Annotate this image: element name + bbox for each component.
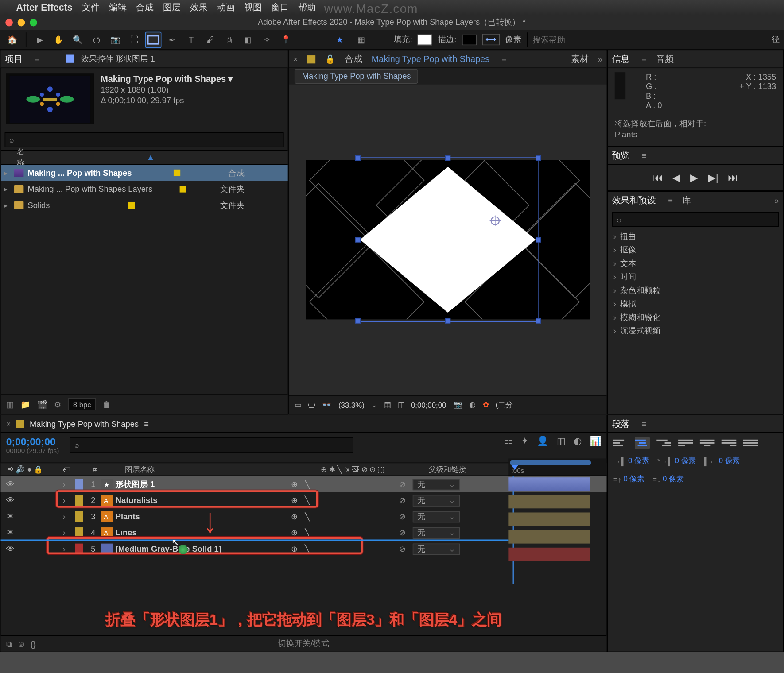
time-ruler[interactable]: :00s [508, 458, 606, 476]
layer-bar[interactable] [508, 477, 590, 491]
space-before-icon[interactable]: ≡↑ [613, 475, 621, 483]
stroke-label[interactable]: 描边: [438, 34, 457, 45]
effect-controls-tab[interactable]: 效果控件 形状图层 1 [81, 53, 155, 65]
rectangle-tool-icon[interactable] [145, 31, 162, 48]
sort-arrow-icon[interactable]: ▲ [147, 153, 155, 162]
project-item[interactable]: ▸Making ... Pop with Shapes Layers文件夹 [1, 181, 288, 197]
fill-label[interactable]: 填充: [394, 34, 412, 45]
indent-right-icon[interactable]: ▌← [704, 457, 717, 465]
time-display[interactable]: 0;00;00;00 [411, 401, 446, 409]
layer-name[interactable]: 形状图层 1 [113, 478, 291, 490]
close-tab-icon[interactable]: × [293, 54, 298, 64]
pickwhip-icon[interactable]: ⊘ [399, 495, 406, 505]
project-item[interactable]: ▸Solids文件夹 [1, 197, 288, 213]
col-number[interactable]: # [93, 465, 125, 473]
info-tab[interactable]: 信息 [612, 53, 630, 65]
panel-menu-icon[interactable]: ≡ [642, 419, 647, 428]
menu-file[interactable]: 文件 [82, 1, 100, 13]
draft3d-icon[interactable]: ✦ [521, 436, 529, 446]
effect-category[interactable]: ›沉浸式视频 [608, 324, 783, 338]
comp-name[interactable]: Making Type Pop with Shapes ▾ [101, 73, 282, 84]
brace-icon[interactable]: {} [31, 639, 36, 648]
visibility-icon[interactable]: 👁 [6, 544, 14, 553]
justify-all-icon[interactable] [743, 437, 758, 449]
pickwhip-icon[interactable]: ⊘ [399, 544, 406, 553]
comp-mini-flowchart-icon[interactable]: ⚏ [504, 436, 513, 446]
shy-icon[interactable]: 👤 [537, 436, 548, 446]
label-color-icon[interactable] [173, 170, 180, 176]
menu-help[interactable]: 帮助 [298, 1, 316, 13]
indent-value[interactable]: 0 像素 [628, 456, 649, 466]
display-icon[interactable]: 🖵 [308, 401, 315, 409]
orbit-tool-icon[interactable]: ⭯ [89, 31, 105, 48]
align-left-icon[interactable] [613, 437, 629, 449]
layer-bar[interactable] [508, 495, 590, 509]
twirl-icon[interactable]: › [63, 528, 72, 538]
new-folder-icon[interactable]: 📁 [20, 399, 31, 409]
switch-icon[interactable]: ⊕ [291, 512, 298, 521]
mask-icon[interactable]: 👓 [322, 400, 331, 409]
brush-tool-icon[interactable]: 🖌 [202, 31, 218, 48]
comp-breadcrumb[interactable]: Making Type Pop with Shapes [295, 69, 418, 84]
timeline-search-input[interactable]: ⌕ [70, 437, 354, 453]
panel-menu-icon[interactable]: ≡ [144, 419, 149, 428]
playhead-icon[interactable] [511, 465, 518, 470]
parent-dropdown[interactable]: 无⌄ [413, 478, 460, 490]
new-comp-icon[interactable]: 🎬 [37, 399, 47, 409]
menu-edit[interactable]: 编辑 [109, 1, 127, 13]
window-close-button[interactable] [5, 19, 13, 26]
parent-dropdown[interactable]: 无⌄ [413, 495, 460, 506]
preview-tab[interactable]: 预览 [612, 150, 630, 162]
color-mgmt-icon[interactable]: ✿ [483, 400, 489, 409]
type-tool-icon[interactable]: T [183, 31, 199, 48]
library-tab[interactable]: 库 [682, 194, 691, 206]
layer-name[interactable]: Plants [113, 512, 291, 521]
project-tab[interactable]: 项目 [5, 53, 23, 65]
guides-icon[interactable]: ◫ [398, 400, 404, 409]
snapshot-icon[interactable]: 📷 [453, 400, 462, 409]
frame-blend-icon[interactable]: ▥ [557, 436, 566, 446]
composition-canvas[interactable] [306, 160, 590, 319]
window-minimize-button[interactable] [18, 19, 25, 26]
indent-first-icon[interactable]: *→▌ [657, 457, 673, 465]
current-time[interactable]: 0;00;00;00 [6, 436, 59, 447]
justify-left-icon[interactable] [678, 437, 693, 449]
visibility-icon[interactable]: 👁 [6, 528, 14, 538]
pickwhip-icon[interactable]: ⊘ [399, 528, 406, 538]
indent-value[interactable]: 0 像素 [675, 456, 696, 466]
zoom-tool-icon[interactable]: 🔍 [70, 31, 86, 48]
pan-behind-tool-icon[interactable]: ⛶ [126, 31, 143, 48]
visibility-icon[interactable]: 👁 [6, 495, 14, 505]
label-color[interactable] [75, 479, 83, 489]
panel-menu-icon[interactable]: ≡ [642, 54, 647, 64]
justify-right-icon[interactable] [722, 437, 737, 449]
effect-category[interactable]: ›文本 [608, 257, 783, 271]
lock-icon[interactable]: 🔓 [325, 54, 335, 64]
eraser-tool-icon[interactable]: ◧ [240, 31, 256, 48]
parent-dropdown[interactable]: 无⌄ [413, 511, 460, 522]
project-item[interactable]: ▸Making ... Pop with Shapes合成 [1, 165, 288, 181]
bezier-option-icon[interactable]: ▦ [353, 31, 370, 48]
stroke-color-swatch[interactable] [462, 34, 477, 45]
space-after-icon[interactable]: ≡↓ [652, 475, 660, 483]
footage-tab[interactable]: 素材 [571, 53, 589, 65]
label-color-icon[interactable] [128, 202, 135, 209]
fill-color-swatch[interactable] [418, 34, 433, 45]
roto-tool-icon[interactable]: ✧ [259, 31, 275, 48]
work-area-bar[interactable] [510, 460, 591, 465]
home-icon[interactable]: 🏠 [4, 31, 20, 48]
first-frame-icon[interactable]: ⏮ [653, 171, 663, 183]
effect-category[interactable]: ›抠像 [608, 243, 783, 257]
indent-left-icon[interactable]: →▌ [613, 457, 626, 465]
layer-bar[interactable] [508, 548, 590, 561]
clone-tool-icon[interactable]: ⎙ [221, 31, 237, 48]
play-icon[interactable]: ▶ [690, 171, 698, 183]
selection-tool-icon[interactable]: ▶ [32, 31, 48, 48]
resolution-dropdown[interactable]: (二分 [496, 400, 513, 410]
prev-frame-icon[interactable]: ◀ [672, 171, 680, 183]
search-help-input[interactable] [533, 35, 587, 44]
graph-editor-icon[interactable]: 📊 [590, 436, 601, 446]
menu-composition[interactable]: 合成 [136, 1, 154, 13]
bpc-button[interactable]: 8 bpc [68, 398, 96, 410]
twirl-icon[interactable]: › [63, 480, 72, 489]
